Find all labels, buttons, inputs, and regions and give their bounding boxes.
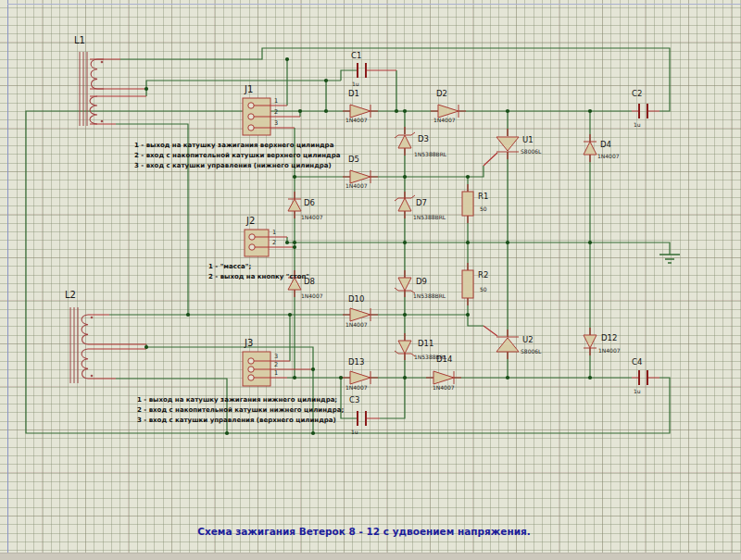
capacitor-symbol [358, 411, 366, 426]
value-D3: 1N5388BRL [414, 151, 447, 157]
pin-number: 1 [274, 369, 278, 377]
schematic-canvas[interactable]: L1 L2 J1 1 2 3 J2 [0, 0, 741, 560]
connector-pin-circle [248, 367, 254, 372]
component-D10[interactable]: D10 1N4007 [345, 294, 370, 328]
label-J3: J3 [244, 338, 253, 348]
wire [295, 166, 484, 243]
component-L1[interactable]: L1 [74, 35, 104, 126]
note-line: 3 - вход с катушки управления (нижнего ц… [134, 162, 332, 169]
note-line: 1 - выход на катушку зажигания нижнего ц… [137, 396, 337, 404]
diode-symbol [350, 371, 370, 384]
pin-number: 2 [274, 108, 278, 116]
value-D11: 1N5388BRL [414, 354, 447, 360]
component-C3[interactable]: C3 1u [349, 395, 366, 435]
component-D9[interactable]: D9 1N5388BRL [395, 277, 446, 299]
note-line: 2 - вход с накопительной катушки нижнего… [137, 406, 344, 414]
wire [120, 48, 670, 111]
connector-pin-circle [249, 234, 255, 240]
value-D2: 1N4007 [433, 117, 456, 123]
label-D5: D5 [348, 155, 359, 164]
component-R1[interactable]: R1 50 [462, 192, 488, 216]
component-L2[interactable]: L2 [65, 290, 93, 383]
label-C3: C3 [349, 395, 359, 404]
component-C2[interactable]: C2 1u [632, 89, 647, 128]
diode-symbol [438, 105, 458, 118]
pin-number: 2 [272, 239, 276, 246]
component-C1[interactable]: C1 1u [351, 51, 366, 87]
label-D1: D1 [348, 89, 359, 98]
pin-stub [484, 129, 508, 359]
wire [287, 59, 300, 378]
connector-pin-circle [248, 125, 254, 131]
label-J1: J1 [244, 84, 253, 94]
component-R2[interactable]: R2 50 [462, 270, 488, 298]
component-J2[interactable]: J2 1 2 [245, 216, 276, 256]
value-D7: 1N5388BRL [413, 214, 446, 220]
schematic-svg[interactable]: L1 L2 J1 1 2 3 J2 [0, 0, 741, 560]
diode-symbol [350, 308, 370, 321]
component-D3[interactable]: D3 1N5388BRL [395, 132, 447, 157]
value-D4: 1N4007 [597, 153, 620, 159]
diode-symbol [584, 335, 597, 348]
note-line: 2 - вход с накопительной катушки верхнег… [134, 152, 341, 159]
polarity-dot [91, 317, 94, 319]
wire-nets[interactable] [26, 48, 670, 433]
pin-stub [367, 70, 659, 418]
diode-symbol [350, 170, 370, 183]
annotation-j3-note: 1 - выход на катушку зажигания нижнего ц… [137, 396, 344, 424]
connector-pin-circle [249, 244, 255, 250]
note-line: 2 - выход на кнопку "стоп" [208, 273, 309, 280]
value-C1: 1u [352, 81, 359, 87]
label-D7: D7 [416, 198, 427, 207]
component-D6[interactable]: D6 1N4007 [288, 198, 323, 220]
label-L2: L2 [65, 290, 76, 300]
wire [287, 237, 670, 255]
component-U1[interactable]: U1 S8006L [496, 135, 542, 155]
component-J3[interactable]: J3 3 2 1 [243, 338, 278, 386]
component-D4[interactable]: D4 1N4007 [584, 140, 620, 159]
value-D6: 1N4007 [301, 214, 323, 220]
label-D10: D10 [348, 294, 364, 304]
component-U2[interactable]: U2 S8006L [496, 335, 542, 355]
component-C4[interactable]: C4 1u [632, 357, 647, 394]
value-D12: 1N4007 [598, 347, 621, 354]
resistor-body [462, 270, 473, 298]
zener-symbol [398, 278, 411, 291]
connector-pin-circle [248, 358, 254, 364]
scr-symbol [496, 137, 519, 151]
transformer-core [80, 52, 87, 126]
value-D9: 1N5388BRL [413, 292, 446, 299]
zener-symbol [398, 198, 411, 211]
label-R1: R1 [478, 192, 488, 201]
value-C3: 1u [351, 429, 358, 435]
polarity-dot [91, 375, 94, 378]
resistor-body [462, 192, 473, 216]
value-U2: S8006L [521, 348, 542, 355]
value-D1: 1N4007 [345, 117, 368, 123]
label-J2: J2 [245, 216, 255, 226]
component-D5[interactable]: D5 1N4007 [345, 155, 370, 189]
component-D12[interactable]: D12 1N4007 [584, 333, 621, 354]
pin-stub [88, 59, 146, 379]
component-D1[interactable]: D1 1N4007 [345, 89, 370, 123]
pin-number: 3 [274, 119, 278, 127]
label-C4: C4 [632, 357, 642, 367]
value-C4: 1u [634, 388, 641, 394]
capacitor-symbol [639, 104, 647, 118]
polarity-dot [101, 61, 104, 64]
winding [90, 96, 97, 124]
component-D7[interactable]: D7 1N5388BRL [395, 195, 446, 220]
connector-pin-circle [248, 375, 254, 380]
component-D13[interactable]: D13 1N4007 [345, 357, 370, 391]
label-C1: C1 [351, 51, 361, 60]
note-line: 3 - вход с катушки управления (верхнего … [137, 417, 336, 424]
label-L1: L1 [74, 35, 85, 45]
value-C2: 1u [634, 121, 641, 128]
component-D11[interactable]: D11 1N5388BRL [395, 339, 447, 360]
label-D3: D3 [418, 134, 429, 143]
ground-symbol[interactable] [659, 255, 680, 263]
label-U2: U2 [522, 335, 534, 344]
transformer-core [70, 307, 78, 383]
diode-symbol [433, 371, 454, 384]
component-D2[interactable]: D2 1N4007 [433, 89, 458, 123]
